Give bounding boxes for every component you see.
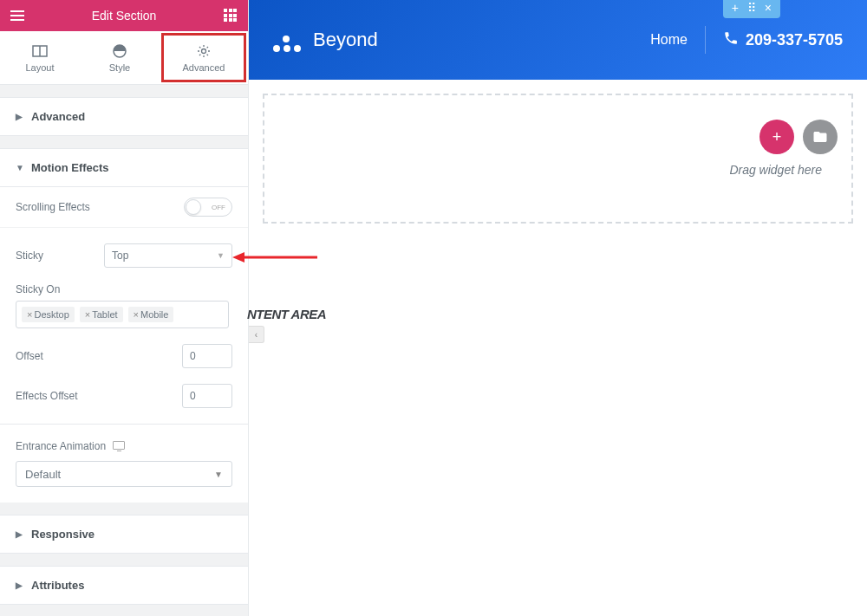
layout-icon: [32, 43, 48, 59]
drag-icon[interactable]: ⠿: [747, 1, 756, 15]
desktop-icon[interactable]: [113, 440, 125, 452]
motion-panel: Sticky Top ▼ Sticky On ×Desktop ×Tablet …: [0, 228, 248, 424]
offset-input[interactable]: [182, 344, 232, 368]
entrance-panel: Entrance Animation Default ▼: [0, 424, 248, 503]
chip-mobile[interactable]: ×Mobile: [128, 307, 174, 322]
close-icon[interactable]: ×: [27, 309, 32, 320]
caret-right-icon: ▶: [16, 529, 24, 539]
phone-link[interactable]: 209-337-5705: [723, 30, 843, 50]
section-title: Motion Effects: [31, 161, 109, 174]
select-value: Default: [25, 468, 61, 481]
widget-drop-area[interactable]: + Drag widget here: [263, 94, 853, 224]
tab-label: Advanced: [183, 62, 225, 73]
select-value: Top: [112, 250, 128, 262]
section-title: Responsive: [31, 528, 95, 541]
gear-icon: [196, 43, 212, 59]
section-motion-effects[interactable]: ▼ Motion Effects: [0, 148, 248, 187]
sticky-label: Sticky: [16, 250, 104, 262]
svg-point-3: [202, 49, 206, 53]
sidebar-header: Edit Section: [0, 0, 248, 31]
nav-home[interactable]: Home: [650, 32, 688, 48]
content-area-label: NTENT AREA: [247, 307, 326, 321]
preview-canvas: + ⠿ × Beyond Home 209-337-5705: [249, 0, 867, 616]
close-icon[interactable]: ×: [134, 309, 139, 320]
tab-label: Layout: [25, 62, 54, 73]
entrance-select[interactable]: Default ▼: [16, 461, 232, 487]
logo: Beyond: [273, 28, 378, 52]
phone-icon: [723, 30, 739, 50]
chip-tablet[interactable]: ×Tablet: [80, 307, 123, 322]
sticky-select[interactable]: Top ▼: [104, 243, 232, 268]
add-widget-button[interactable]: +: [759, 120, 794, 154]
effects-offset-label: Effects Offset: [16, 390, 182, 402]
sticky-on-label: Sticky On: [16, 283, 232, 295]
sticky-row: Sticky Top ▼: [16, 243, 232, 268]
scrolling-effects-toggle[interactable]: OFF: [184, 198, 232, 217]
sticky-on-chips[interactable]: ×Desktop ×Tablet ×Mobile: [16, 301, 229, 328]
caret-right-icon: ▶: [16, 112, 24, 121]
menu-icon[interactable]: [10, 10, 24, 21]
template-button[interactable]: [803, 120, 838, 154]
chip-desktop[interactable]: ×Desktop: [22, 307, 75, 322]
editor-sidebar: Edit Section Layout Style Advanced ▶ Adv…: [0, 0, 249, 616]
row-label: Scrolling Effects: [16, 201, 184, 213]
effects-offset-input[interactable]: [182, 384, 232, 408]
chevron-down-icon: ▼: [214, 470, 223, 479]
section-toolbar: + ⠿ ×: [723, 0, 780, 18]
add-icon[interactable]: +: [732, 1, 739, 15]
tab-style[interactable]: Style: [80, 31, 160, 84]
offset-row: Offset: [16, 344, 232, 368]
toggle-off-label: OFF: [212, 204, 225, 211]
editor-tabs: Layout Style Advanced: [0, 31, 248, 85]
logo-mark: [273, 28, 303, 52]
sticky-on-row: Sticky On ×Desktop ×Tablet ×Mobile: [16, 283, 232, 328]
section-advanced[interactable]: ▶ Advanced: [0, 97, 248, 136]
apps-icon[interactable]: [224, 9, 238, 23]
nav-right: Home 209-337-5705: [650, 26, 843, 54]
tab-advanced[interactable]: Advanced: [161, 33, 246, 82]
section-title: Attributes: [31, 579, 84, 592]
close-icon[interactable]: ×: [85, 309, 90, 320]
style-icon: [112, 43, 127, 59]
caret-down-icon: ▼: [16, 163, 24, 172]
sidebar-title: Edit Section: [92, 9, 157, 23]
site-header: + ⠿ × Beyond Home 209-337-5705: [249, 0, 867, 80]
divider: [705, 26, 706, 54]
section-responsive[interactable]: ▶ Responsive: [0, 515, 248, 554]
chevron-down-icon: ▼: [217, 251, 225, 260]
tab-layout[interactable]: Layout: [0, 31, 80, 84]
close-icon[interactable]: ×: [765, 1, 772, 15]
drag-hint: Drag widget here: [729, 163, 822, 177]
tab-label: Style: [109, 62, 130, 73]
caret-right-icon: ▶: [16, 580, 24, 590]
collapse-panel-button[interactable]: ‹: [249, 326, 264, 343]
scrolling-effects-row: Scrolling Effects OFF: [0, 187, 248, 228]
entrance-label: Entrance Animation: [16, 440, 106, 452]
offset-label: Offset: [16, 350, 182, 362]
section-attributes[interactable]: ▶ Attributes: [0, 566, 248, 605]
section-title: Advanced: [31, 110, 85, 123]
phone-number: 209-337-5705: [746, 31, 843, 49]
brand-name: Beyond: [313, 29, 378, 51]
effects-offset-row: Effects Offset: [16, 384, 232, 408]
